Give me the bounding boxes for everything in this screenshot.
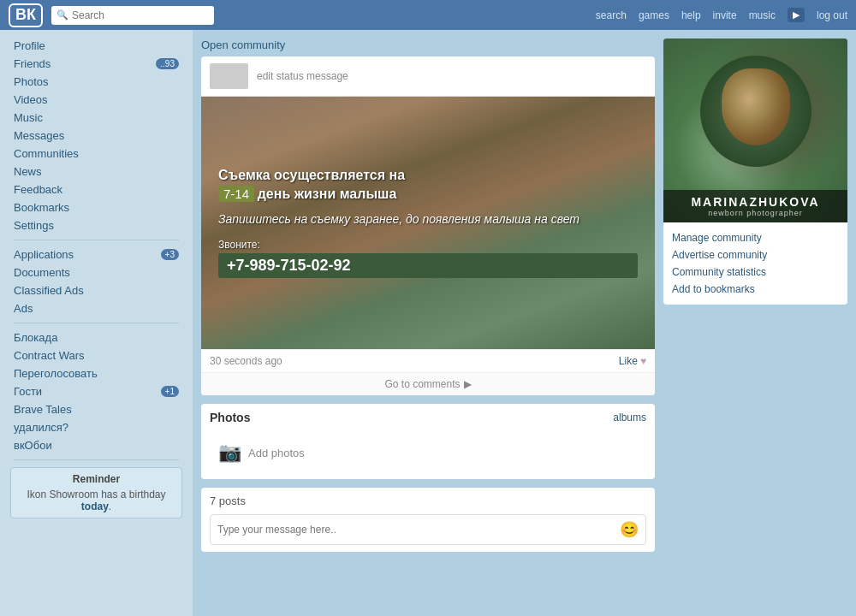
play-button[interactable]: ▶ — [788, 8, 805, 22]
post-text-overlay: Съемка осуществляется на 7-14 день жизни… — [201, 97, 655, 349]
overlay-phone-number: +7-989-715-02-92 — [218, 253, 638, 278]
sidebar-item-blokada[interactable]: Блокада — [0, 329, 193, 346]
sidebar-item-friends[interactable]: Friends ..93 — [0, 55, 193, 73]
posts-count: 7 posts — [210, 495, 646, 507]
search-icon: 🔍 — [56, 9, 68, 21]
post-image-area: Съемка осуществляется на 7-14 день жизни… — [201, 97, 655, 349]
overlay-highlight: 7-14 — [218, 186, 254, 202]
posts-section: 7 posts 😊 — [201, 488, 655, 552]
search-box: 🔍 — [51, 6, 214, 25]
post-footer: 30 seconds ago Like ♥ — [201, 349, 655, 372]
sidebar-item-news[interactable]: News — [0, 163, 193, 181]
nav-games-link[interactable]: games — [639, 9, 669, 21]
reminder-title: Reminder — [18, 473, 175, 485]
photos-header: Photos albums — [210, 411, 646, 424]
sidebar: Profile Friends ..93 Photos Videos Music… — [0, 30, 193, 616]
overlay-phone-label: Звоните: — [218, 239, 638, 251]
sidebar-item-settings[interactable]: Settings — [0, 216, 193, 234]
sidebar-item-udalilsya[interactable]: удалился? — [0, 418, 193, 436]
post-timestamp: 30 seconds ago — [210, 355, 282, 367]
overlay-line2-inline: день жизни малыша — [258, 187, 397, 201]
nav-invite-link[interactable]: invite — [713, 9, 737, 21]
edit-status-link[interactable]: edit status message — [257, 70, 348, 82]
albums-link[interactable]: albums — [613, 412, 646, 424]
community-subtitle: newborn photographer — [667, 209, 844, 217]
post-card: Съемка осуществляется на 7-14 день жизни… — [201, 97, 655, 395]
add-photos-label: Add photos — [248, 447, 305, 459]
sidebar-item-classified-ads[interactable]: Classified Ads — [0, 281, 193, 299]
right-panel: MARINAZHUKOVA newborn photographer Manag… — [663, 38, 847, 552]
photos-title: Photos — [210, 411, 250, 424]
overlay-line1: Съемка осуществляется на — [218, 168, 638, 183]
applications-badge: +3 — [161, 249, 179, 260]
overlay-highlight-row: 7-14 день жизни малыша — [218, 187, 638, 202]
nav-links: search games help invite music ▶ log out — [596, 8, 847, 22]
open-community-label: Open community — [201, 38, 655, 51]
sidebar-item-bookmarks[interactable]: Bookmarks — [0, 198, 193, 216]
friends-badge: ..93 — [156, 58, 179, 69]
reminder-box: Reminder Ikon Showroom has a birthday to… — [10, 467, 182, 518]
top-navigation: ВК 🔍 search games help invite music ▶ lo… — [0, 0, 856, 30]
sidebar-item-photos[interactable]: Photos — [0, 73, 193, 91]
nav-search-link[interactable]: search — [596, 9, 627, 21]
avatar — [210, 63, 248, 89]
sidebar-divider-2 — [14, 323, 179, 323]
arrow-icon: ▶ — [464, 378, 472, 390]
community-name: MARINAZHUKOVA — [667, 195, 844, 209]
profile-status-row: edit status message — [201, 56, 655, 97]
reminder-text: Ikon Showroom has a birthday today. — [18, 489, 175, 512]
search-input[interactable] — [72, 9, 209, 21]
sidebar-item-communities[interactable]: Communities — [0, 145, 193, 163]
main-layout: Profile Friends ..93 Photos Videos Music… — [0, 30, 856, 616]
feed-area: Open community edit status message Съемк… — [201, 38, 655, 552]
add-to-bookmarks-link[interactable]: Add to bookmarks — [672, 281, 839, 298]
sidebar-divider-1 — [14, 240, 179, 240]
camera-icon: 📷 — [218, 441, 241, 464]
sidebar-divider-3 — [14, 459, 179, 460]
sidebar-item-ads[interactable]: Ads — [0, 299, 193, 317]
sidebar-item-peregolosovat[interactable]: Переголосовать — [0, 364, 193, 382]
community-actions: Manage community Advertise community Com… — [663, 222, 847, 305]
reminder-highlight: today — [81, 500, 109, 512]
emoji-icon[interactable]: 😊 — [620, 520, 639, 539]
nav-help-link[interactable]: help — [681, 9, 701, 21]
sidebar-item-profile[interactable]: Profile — [0, 37, 193, 55]
community-photo: MARINAZHUKOVA newborn photographer — [663, 38, 847, 222]
heart-icon: ♥ — [640, 355, 646, 367]
gosti-badge: +1 — [161, 386, 179, 397]
photos-section: Photos albums 📷 Add photos — [201, 404, 655, 479]
overlay-subtext: Запишитесь на съемку заранее, до появлен… — [218, 210, 638, 228]
post-image: Съемка осуществляется на 7-14 день жизни… — [201, 97, 655, 349]
content-area: Open community edit status message Съемк… — [193, 30, 856, 616]
message-input-area: 😊 — [210, 514, 646, 545]
sidebar-item-documents[interactable]: Documents — [0, 264, 193, 281]
nav-music-link[interactable]: music — [749, 9, 776, 21]
message-input[interactable] — [217, 524, 620, 536]
vk-logo: ВК — [9, 3, 43, 27]
add-photos-area[interactable]: 📷 Add photos — [210, 433, 646, 472]
like-button[interactable]: Like ♥ — [619, 355, 646, 367]
sidebar-item-contract-wars[interactable]: Contract Wars — [0, 346, 193, 364]
sidebar-item-feedback[interactable]: Feedback — [0, 181, 193, 198]
sidebar-item-music[interactable]: Music — [0, 109, 193, 127]
sidebar-item-applications[interactable]: Applications +3 — [0, 246, 193, 264]
go-to-comments-button[interactable]: Go to comments ▶ — [201, 372, 655, 395]
advertise-community-link[interactable]: Advertise community — [672, 246, 839, 264]
nav-logout-link[interactable]: log out — [817, 9, 847, 21]
manage-community-link[interactable]: Manage community — [672, 229, 839, 246]
sidebar-item-vkoboi[interactable]: вкОбои — [0, 436, 193, 454]
community-photo-label: MARINAZHUKOVA newborn photographer — [663, 190, 847, 222]
sidebar-item-videos[interactable]: Videos — [0, 91, 193, 109]
sidebar-item-messages[interactable]: Messages — [0, 127, 193, 145]
community-statistics-link[interactable]: Community statistics — [672, 264, 839, 281]
sidebar-item-brave-tales[interactable]: Brave Tales — [0, 400, 193, 418]
sidebar-item-gosti[interactable]: Гости +1 — [0, 382, 193, 400]
